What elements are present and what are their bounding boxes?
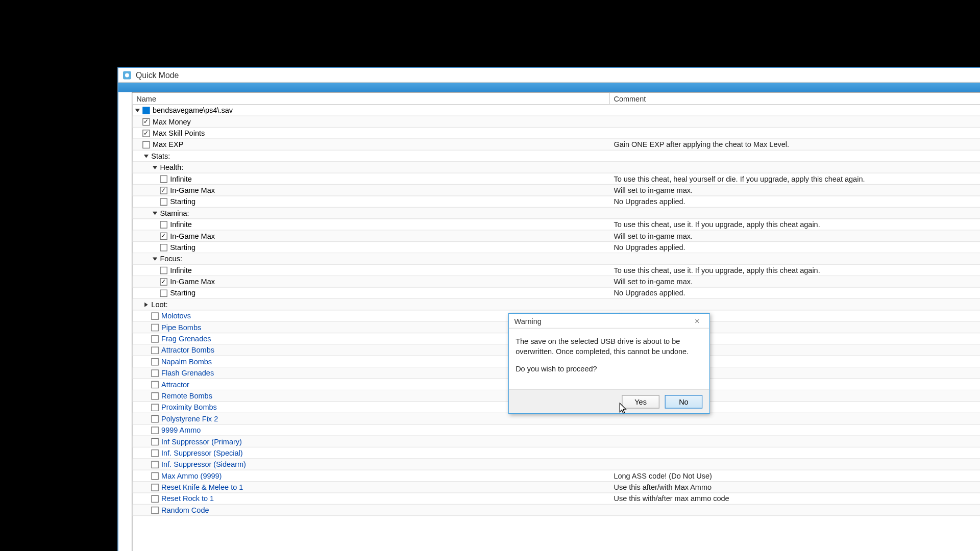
cheat-checkbox[interactable] bbox=[160, 232, 167, 239]
cheat-checkbox[interactable] bbox=[151, 392, 158, 399]
collapse-icon[interactable] bbox=[151, 255, 158, 262]
tree-row[interactable]: Inf Suppressor (Primary) bbox=[132, 436, 980, 447]
expand-icon[interactable] bbox=[142, 300, 150, 308]
cheat-checkbox[interactable] bbox=[160, 198, 167, 205]
main-window: Quick Mode Name Comment bendsavegame\ps4… bbox=[117, 67, 980, 551]
dialog-message-1: The save on the selected USB drive is ab… bbox=[516, 337, 702, 358]
cheat-checkbox[interactable] bbox=[160, 221, 167, 228]
cheat-checkbox[interactable] bbox=[160, 175, 167, 182]
tree-label: Pipe Bombs bbox=[161, 323, 201, 331]
tree-row[interactable]: Focus: bbox=[132, 254, 980, 265]
cheat-checkbox[interactable] bbox=[160, 278, 167, 285]
tree-comment: Will set to in-game max. bbox=[610, 232, 980, 240]
tree-label: Polystyrene Fix 2 bbox=[161, 415, 218, 423]
cheat-checkbox[interactable] bbox=[151, 472, 158, 479]
cheat-checkbox[interactable] bbox=[142, 141, 150, 148]
tree-row[interactable]: InfiniteTo use this cheat, heal yourself… bbox=[132, 173, 980, 185]
cheat-checkbox[interactable] bbox=[151, 369, 158, 377]
yes-button[interactable]: Yes bbox=[622, 395, 659, 408]
save-file-icon bbox=[142, 107, 150, 114]
tree-label: Infinite bbox=[170, 266, 192, 274]
collapse-icon[interactable] bbox=[134, 107, 141, 114]
cheat-checkbox[interactable] bbox=[151, 427, 158, 434]
cheat-checkbox[interactable] bbox=[160, 243, 167, 251]
tree-comment: Long ASS code! (Do Not Use) bbox=[610, 472, 980, 480]
tree-comment: Use this with/after max ammo code bbox=[610, 494, 980, 503]
tree-label: Attractor bbox=[161, 380, 189, 388]
tree-row[interactable]: Max EXPGain ONE EXP after applying the c… bbox=[132, 139, 980, 151]
tree-row[interactable]: Loot: bbox=[132, 299, 980, 310]
tree-label: Max Money bbox=[153, 117, 191, 126]
cheat-checkbox[interactable] bbox=[151, 312, 158, 319]
cheat-checkbox[interactable] bbox=[160, 186, 167, 193]
tree-row[interactable]: Random Code bbox=[132, 505, 980, 516]
tree-label: Proximity Bombs bbox=[161, 403, 217, 411]
tree-row[interactable]: Polystyrene Fix 2 bbox=[132, 413, 980, 424]
tree-label: Stamina: bbox=[160, 209, 189, 217]
no-button[interactable]: No bbox=[665, 395, 703, 408]
tree-label: Reset Rock to 1 bbox=[161, 494, 214, 503]
cheat-checkbox[interactable] bbox=[151, 506, 158, 513]
collapse-icon[interactable] bbox=[151, 164, 158, 171]
tree-comment: No Upgrades applied. bbox=[610, 243, 980, 252]
tree-comment: No Upgrades applied. bbox=[610, 197, 980, 206]
tree-comment: To use this cheat, heal yourself or die.… bbox=[610, 174, 980, 183]
cheat-checkbox[interactable] bbox=[151, 415, 158, 422]
tree-label: Flash Grenades bbox=[161, 369, 214, 377]
dialog-close-icon[interactable]: × bbox=[691, 316, 704, 326]
cheat-checkbox[interactable] bbox=[160, 266, 167, 273]
column-comment[interactable]: Comment bbox=[610, 93, 980, 104]
tree-row[interactable]: InfiniteTo use this cheat, use it. If yo… bbox=[132, 265, 980, 276]
tree-row[interactable]: StartingNo Upgrades applied. bbox=[132, 196, 980, 208]
tree-label: Napalm Bombs bbox=[161, 358, 212, 366]
tree-label: Loot: bbox=[151, 300, 167, 309]
tree-row[interactable]: Max Ammo (9999)Long ASS code! (Do Not Us… bbox=[132, 470, 980, 482]
cheat-checkbox[interactable] bbox=[151, 335, 158, 342]
collapse-icon[interactable] bbox=[151, 209, 158, 216]
column-name[interactable]: Name bbox=[132, 93, 609, 104]
cheat-checkbox[interactable] bbox=[151, 323, 158, 331]
cheat-checkbox[interactable] bbox=[151, 449, 158, 456]
tree-row[interactable]: Inf. Suppressor (Special) bbox=[132, 447, 980, 459]
column-headers: Name Comment bbox=[132, 93, 980, 105]
tree-label: 9999 Ammo bbox=[161, 426, 201, 434]
tree-label: Remote Bombs bbox=[161, 392, 212, 400]
tree-row[interactable]: Max Skill Points bbox=[132, 128, 980, 139]
tree-label: Max EXP bbox=[153, 140, 183, 148]
cheat-checkbox[interactable] bbox=[151, 404, 158, 411]
cheat-checkbox[interactable] bbox=[151, 381, 158, 388]
tree-row[interactable]: In-Game MaxWill set to in-game max. bbox=[132, 231, 980, 242]
tree-row[interactable]: Max Money bbox=[132, 116, 980, 128]
tree-label: Starting bbox=[170, 243, 195, 252]
tree-row[interactable]: Reset Rock to 1Use this with/after max a… bbox=[132, 493, 980, 505]
cheat-checkbox[interactable] bbox=[151, 346, 158, 354]
collapse-icon[interactable] bbox=[142, 152, 150, 159]
cheat-checkbox[interactable] bbox=[151, 484, 158, 491]
cheat-checkbox[interactable] bbox=[142, 118, 150, 125]
tree-row[interactable]: In-Game MaxWill set to in-game max. bbox=[132, 276, 980, 287]
tree-row[interactable]: Reset Knife & Melee to 1Use this after/w… bbox=[132, 482, 980, 493]
tree-row[interactable]: StartingNo Upgrades applied. bbox=[132, 242, 980, 253]
cheat-checkbox[interactable] bbox=[151, 438, 158, 445]
tree-label: Attractor Bombs bbox=[161, 346, 214, 354]
tree-row[interactable]: Inf. Suppressor (Sidearm) bbox=[132, 459, 980, 470]
cheat-tree[interactable]: bendsavegame\ps4\.savMax MoneyMax Skill … bbox=[132, 105, 980, 516]
tree-comment: Gain ONE EXP after applying the cheat to… bbox=[610, 140, 980, 148]
tree-label: Focus: bbox=[160, 255, 182, 263]
tree-row[interactable]: Stats: bbox=[132, 151, 980, 162]
tree-row[interactable]: StartingNo Upgrades applied. bbox=[132, 288, 980, 299]
tree-row[interactable]: InfiniteTo use this cheat, use it. If yo… bbox=[132, 219, 980, 230]
tree-row[interactable]: Health: bbox=[132, 162, 980, 173]
tree-row[interactable]: In-Game MaxWill set to in-game max. bbox=[132, 185, 980, 196]
tree-label: Infinite bbox=[170, 220, 192, 229]
tree-row[interactable]: bendsavegame\ps4\.sav bbox=[132, 105, 980, 116]
cheat-checkbox[interactable] bbox=[160, 289, 167, 296]
tree-label: Frag Grenades bbox=[161, 335, 211, 343]
cheat-checkbox[interactable] bbox=[142, 130, 150, 137]
tree-row[interactable]: Stamina: bbox=[132, 208, 980, 219]
cheat-checkbox[interactable] bbox=[151, 461, 158, 468]
cheat-checkbox[interactable] bbox=[151, 358, 158, 365]
cheat-checkbox[interactable] bbox=[151, 495, 158, 502]
tree-row[interactable]: 9999 Ammo bbox=[132, 424, 980, 436]
tree-label: In-Game Max bbox=[170, 186, 215, 194]
